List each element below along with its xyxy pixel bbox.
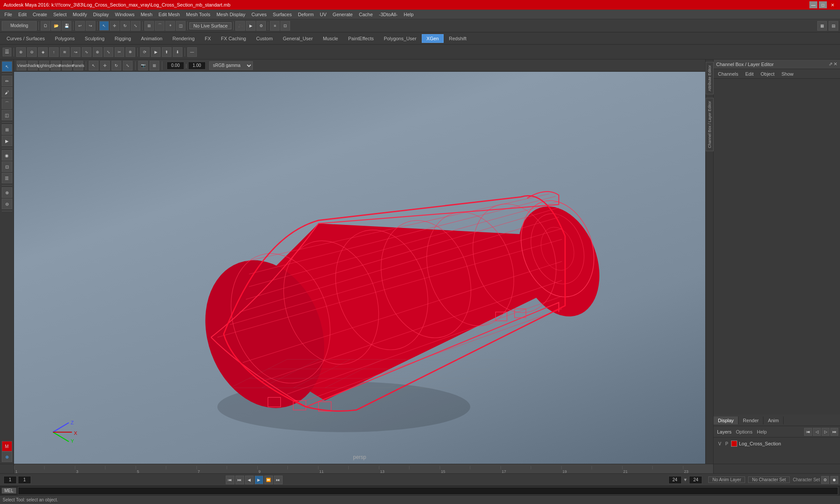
select-tool-btn[interactable]: ↖ [99,21,109,31]
minimize-button[interactable]: — [809,1,817,8]
mel-label[interactable]: MEL [2,488,16,494]
maximize-button[interactable]: □ [819,1,827,8]
scale-tool-btn[interactable]: ⤡ [131,21,140,31]
select-tool[interactable]: ↖ [2,61,12,72]
workspace-tab-muscle[interactable]: Muscle [318,34,343,43]
step-fwd-btn[interactable]: ⏩ [264,476,273,484]
snap-view-btn[interactable]: ◫ [176,21,186,31]
layer-prev-prev-btn[interactable]: ⏮ [804,428,812,436]
menu-mesh-tools[interactable]: Mesh Tools [183,11,213,18]
menu-deform[interactable]: Deform [295,11,316,18]
workspace-tab-sculpting[interactable]: Sculpting [80,34,109,43]
anim-settings-btn[interactable]: ⚙ [821,476,829,484]
renderer-menu-btn[interactable]: Renderer [62,61,72,70]
new-scene-btn[interactable]: 🗋 [41,21,50,31]
edit-tab[interactable]: Edit [742,70,756,77]
timeline-current-input[interactable] [18,476,31,484]
workspace-tab-redshift[interactable]: Redshift [444,34,471,43]
menu-display[interactable]: Display [91,11,112,18]
render-view-btn[interactable]: 🎥 [235,21,245,31]
anim-tab[interactable]: Anim [763,416,784,424]
xgen-bend-btn[interactable]: ↝ [71,47,80,57]
xgen-export-btn[interactable]: ⬆ [162,47,172,57]
channel-box-vtab[interactable]: Channel Box / Layer Editor [706,98,714,151]
workspace-tab-xgen[interactable]: XGen [422,34,444,43]
viewport[interactable]: Z Y X persp [14,72,705,464]
xgen-cut-btn[interactable]: ✂ [115,47,124,57]
layer-color-swatch[interactable] [731,441,737,447]
xgen-delete-btn[interactable]: ⊖ [27,47,37,57]
character-set-selector[interactable]: No Character Set [748,476,790,483]
vp-scale-btn[interactable]: ⤡ [123,61,133,70]
workspace-tab-animation[interactable]: Animation [136,34,167,43]
close-button[interactable]: ✕ [829,1,836,8]
channel-box-toggle[interactable]: ▦ [817,21,827,31]
channel-box-float-btn[interactable]: ⇗ [829,61,833,67]
timeline-start-input[interactable] [4,476,17,484]
move-tool-btn[interactable]: ✛ [110,21,119,31]
snap1-tool[interactable]: ⊕ [2,187,12,198]
lighting-menu-btn[interactable]: Lighting [39,61,49,70]
xgen-create-btn[interactable]: ⊕ [16,47,26,57]
display2-tool[interactable]: ⊡ [2,161,12,172]
display3-tool[interactable]: ☰ [2,173,12,183]
xgen-freeze-btn[interactable]: ❄ [126,47,135,57]
xgen-refresh-btn[interactable]: ⟳ [140,47,150,57]
go-to-end-btn[interactable]: ⏭ [274,476,283,484]
go-to-start-btn[interactable]: ⏮ [226,476,234,484]
xgen-patch-btn[interactable]: ◈ [38,47,48,57]
play-forward-btn[interactable]: ▶ [255,476,263,484]
render-settings-btn[interactable]: ⚙ [256,21,266,31]
layers-tab[interactable]: Layers [715,429,733,434]
attr-editor-vtab[interactable]: Attribute Editor [706,62,714,94]
xgen-noise-btn[interactable]: ∿ [82,47,91,57]
vp-value1[interactable] [167,62,184,70]
render-tab[interactable]: Render [738,416,763,424]
step-back-btn[interactable]: ⏭ [235,476,244,484]
time-ruler[interactable]: 1357911131517192123 [14,464,713,473]
command-input[interactable] [18,487,838,495]
world-axis-btn[interactable]: ⊕ [2,452,12,462]
menu-uv[interactable]: UV [317,11,329,18]
xgen-guide-btn[interactable]: ↑ [49,47,59,57]
workspace-tab-polygons[interactable]: Polygons [50,34,79,43]
panels-menu-btn[interactable]: Panels [74,61,83,70]
view-menu-btn[interactable]: View [17,61,26,70]
menu-modify[interactable]: Modify [70,11,89,18]
snap-point-btn[interactable]: ⌖ [165,21,175,31]
anim-layer-selector[interactable]: No Anim Layer [708,476,745,483]
show-tab[interactable]: Show [779,70,796,77]
vp-cam-btn[interactable]: 📷 [138,61,148,70]
menu-surfaces[interactable]: Surfaces [270,11,294,18]
workspace-tab-curves---surfaces[interactable]: Curves / Surfaces [2,34,49,43]
workspace-tab-painteffects[interactable]: PaintEffects [343,34,379,43]
colorspace-dropdown[interactable]: sRGB gamma [209,61,253,70]
workspace-tab-polygons-user[interactable]: Polygons_User [379,34,421,43]
curve-tool[interactable]: ⌒ [2,98,12,109]
snap2-tool[interactable]: ⊖ [2,199,12,209]
menu--3dtoall-[interactable]: -3DtoAll- [376,11,400,18]
help-tab[interactable]: Help [755,429,769,434]
xgen-preview-btn[interactable]: ▶ [151,47,161,57]
display-tab[interactable]: Display [714,416,738,424]
channel-box-close-btn[interactable]: ✕ [833,61,837,67]
menu-create[interactable]: Create [30,11,50,18]
workspace-tab-fx-caching[interactable]: FX Caching [216,34,251,43]
workspace-tab-rigging[interactable]: Rigging [110,34,136,43]
attr-editor-toggle[interactable]: ▤ [829,21,838,31]
menu-cache[interactable]: Cache [356,11,375,18]
vp-select-btn[interactable]: ↖ [89,61,98,70]
redo-btn[interactable]: ↪ [86,21,95,31]
layout-tool[interactable]: ⊞ [2,124,12,135]
channels-tab[interactable]: Channels [715,70,741,77]
menu-curves[interactable]: Curves [249,11,270,18]
ipr-btn[interactable]: ▶ [246,21,256,31]
menu-generate[interactable]: Generate [330,11,355,18]
xgen-scale-btn[interactable]: ⤡ [104,47,113,57]
options-tab[interactable]: Options [734,429,754,434]
menu-file[interactable]: File [2,11,15,18]
snap-grid-btn[interactable]: ⊞ [144,21,154,31]
xgen-menu-btn[interactable]: ☰ [3,48,11,56]
brush-tool[interactable]: 🖌 [2,87,12,98]
shading-menu-btn[interactable]: Shading [28,61,38,70]
